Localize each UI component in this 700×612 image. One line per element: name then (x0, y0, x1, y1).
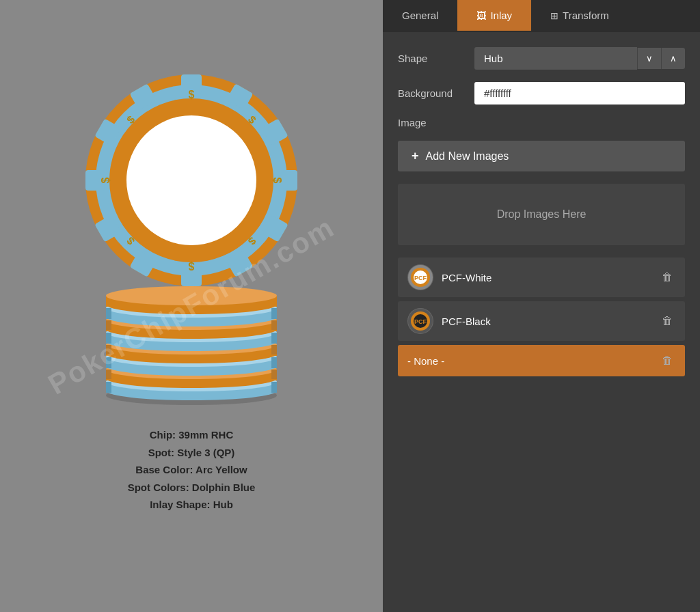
delete-none-btn[interactable]: 🗑 (659, 352, 675, 370)
tab-transform[interactable]: ⊞ Transform (531, 0, 628, 31)
image-thumbnail-pcf-black: PCF (407, 308, 433, 334)
image-item-none[interactable]: - None - 🗑 (398, 345, 685, 376)
transform-icon: ⊞ (550, 10, 558, 21)
tab-general-label: General (402, 10, 438, 21)
chip-container: $ $ $ $ $ $ $ $ (82, 71, 301, 514)
tab-general[interactable]: General (383, 0, 457, 31)
background-row: Background (398, 82, 685, 105)
chip-preview-panel: PokerChipForum.com (0, 0, 383, 612)
delete-pcf-black-btn[interactable]: 🗑 (659, 312, 675, 330)
spot-colors-label: Spot Colors: Dolphin Blue (128, 482, 256, 493)
chip-info: Chip: 39mm RHC Spot: Style 3 (QP) Base C… (128, 426, 256, 514)
svg-rect-64 (106, 382, 111, 393)
base-color-label: Base Color: Arc Yellow (135, 464, 247, 475)
svg-point-24 (175, 196, 208, 226)
svg-point-57 (106, 286, 277, 305)
chip-label: Chip: 39mm RHC (150, 429, 234, 441)
svg-rect-69 (271, 345, 277, 354)
shape-label: Shape (398, 53, 466, 64)
image-label: Image (398, 117, 685, 128)
inlay-icon: 🖼 (476, 10, 486, 21)
spot-label: Spot: Style 3 (QP) (148, 447, 235, 458)
shape-prev-btn[interactable]: ∨ (637, 48, 661, 69)
tab-bar: General 🖼 Inlay ⊞ Transform (383, 0, 700, 32)
svg-rect-63 (271, 357, 277, 368)
shape-row: Shape Hub Round Square ∨ ∧ (398, 47, 685, 70)
svg-rect-68 (106, 345, 111, 354)
shape-controls: Hub Round Square ∨ ∧ (474, 47, 685, 70)
svg-text:PCF: PCF (414, 275, 427, 281)
svg-rect-59 (271, 308, 277, 319)
svg-rect-67 (271, 320, 277, 330)
svg-rect-71 (271, 370, 277, 379)
plus-icon: + (412, 149, 419, 163)
svg-text:$: $ (100, 178, 111, 184)
image-item-pcf-white[interactable]: PCF PCF-White 🗑 (398, 258, 685, 297)
drop-zone-label: Drop Images Here (497, 208, 587, 221)
svg-rect-65 (271, 382, 277, 393)
background-input[interactable] (474, 82, 685, 105)
right-panel: General 🖼 Inlay ⊞ Transform Shape Hub Ro… (383, 0, 700, 612)
shape-next-btn[interactable]: ∧ (661, 48, 685, 69)
image-name-pcf-black: PCF-Black (442, 316, 651, 327)
tab-inlay-label: Inlay (490, 10, 512, 21)
background-label: Background (398, 87, 466, 99)
shape-select[interactable]: Hub Round Square (474, 47, 637, 70)
image-list: PCF PCF-White 🗑 PCF PCF-Black 🗑 (398, 258, 685, 376)
svg-rect-61 (271, 333, 277, 344)
svg-rect-58 (106, 308, 111, 319)
add-images-label: Add New Images (426, 150, 509, 163)
svg-rect-62 (106, 357, 111, 368)
image-thumbnail-pcf-white: PCF (407, 264, 433, 290)
tab-transform-label: Transform (563, 10, 609, 21)
svg-rect-66 (106, 320, 111, 330)
svg-text:$: $ (189, 89, 195, 100)
image-name-pcf-white: PCF-White (442, 272, 651, 283)
svg-rect-60 (106, 333, 111, 344)
inlay-shape-label: Inlay Shape: Hub (150, 499, 233, 510)
chip-stack-svg (92, 269, 291, 406)
drop-zone[interactable]: Drop Images Here (398, 184, 685, 245)
image-name-none: - None - (407, 355, 651, 367)
svg-text:$: $ (271, 178, 283, 184)
add-images-button[interactable]: + Add New Images (398, 141, 685, 171)
delete-pcf-white-btn[interactable]: 🗑 (659, 268, 675, 286)
svg-rect-70 (106, 370, 111, 379)
pcf-black-thumbnail-svg: PCF (407, 308, 433, 334)
image-item-pcf-black[interactable]: PCF PCF-Black 🗑 (398, 301, 685, 341)
svg-text:PCF: PCF (414, 318, 427, 325)
svg-point-23 (175, 131, 208, 161)
tab-inlay[interactable]: 🖼 Inlay (457, 0, 531, 31)
chip-face-svg: $ $ $ $ $ $ $ $ (82, 71, 301, 290)
panel-content: Shape Hub Round Square ∨ ∧ Background Im… (383, 32, 700, 391)
pcf-white-thumbnail-svg: PCF (407, 264, 433, 290)
